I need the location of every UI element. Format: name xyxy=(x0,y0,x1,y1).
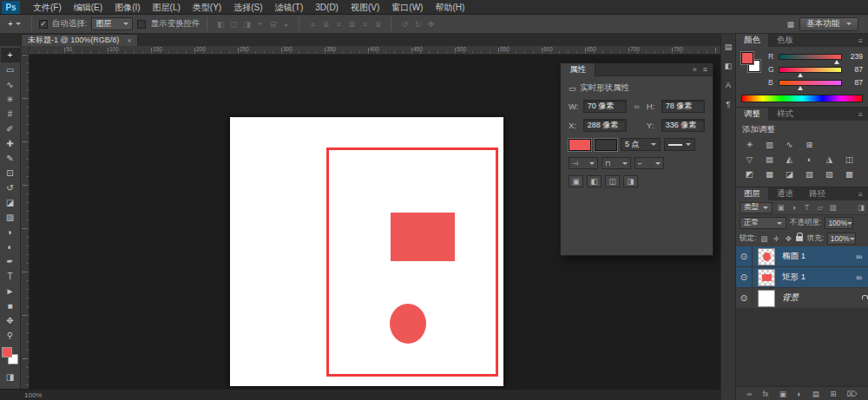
layer-row-rectangle[interactable]: ⊙ 矩形 1 ∞ xyxy=(736,267,868,288)
red-ellipse-shape[interactable] xyxy=(390,304,426,344)
info-panel-icon[interactable]: ◧ xyxy=(725,62,733,70)
lock-pixels-icon[interactable]: ✛ xyxy=(772,234,780,243)
layer-name[interactable]: 椭圆 1 xyxy=(780,251,856,262)
crop-tool[interactable]: # xyxy=(1,107,20,121)
adjustment-icon[interactable]: ◩ xyxy=(740,167,759,180)
adjustment-icon[interactable]: ◭ xyxy=(780,153,799,165)
fill-color-swatch[interactable] xyxy=(569,139,591,151)
menu-item[interactable]: 3D(D) xyxy=(309,0,345,15)
adjustment-icon[interactable]: ◐ xyxy=(800,153,819,165)
adjustment-icon[interactable]: ◫ xyxy=(840,153,858,165)
green-slider[interactable] xyxy=(779,67,842,73)
link-layers-icon[interactable]: ∞ xyxy=(746,390,752,398)
width-field[interactable]: 70 像素 xyxy=(583,100,627,113)
threed-mode-icon[interactable]: ✥ xyxy=(424,20,437,29)
adjustment-icon[interactable]: ▽ xyxy=(740,153,759,165)
quick-mask-button[interactable]: ◨ xyxy=(1,370,20,384)
properties-tab[interactable]: 属性 xyxy=(561,63,595,76)
red-slider[interactable] xyxy=(779,54,842,60)
panel-menu-icon[interactable]: ≡ xyxy=(858,34,868,47)
stroke-corners-dropdown[interactable]: ⌐ xyxy=(635,157,664,169)
layer-thumbnail[interactable] xyxy=(758,248,775,266)
menu-item[interactable]: 类型(Y) xyxy=(187,0,227,15)
path-operation-combine-button[interactable]: ▣ xyxy=(569,175,583,187)
layer-row-ellipse[interactable]: ⊙ 椭圆 1 ∞ xyxy=(736,246,868,267)
lock-transparency-icon[interactable]: ▨ xyxy=(760,234,768,243)
ruler-origin[interactable] xyxy=(21,46,30,55)
menu-item[interactable]: 窗口(W) xyxy=(385,0,429,15)
menu-item[interactable]: 滤镜(T) xyxy=(269,0,310,15)
stroke-caps-dropdown[interactable]: ⊓ xyxy=(602,157,631,169)
menu-item[interactable]: 图层(L) xyxy=(147,0,187,15)
path-operation-subtract-button[interactable]: ◧ xyxy=(587,175,602,187)
auto-select-checkbox[interactable]: ✓ xyxy=(39,20,48,29)
tab-paths[interactable]: 路径 xyxy=(801,187,833,200)
collapse-panel-icon[interactable]: » xyxy=(693,65,697,74)
pen-tool[interactable]: ✒ xyxy=(1,254,20,269)
align-icon[interactable]: ◓ xyxy=(253,20,266,29)
distribute-icon[interactable]: ≡ xyxy=(358,20,371,29)
eraser-tool[interactable]: ◪ xyxy=(1,195,20,210)
layer-filter-dropdown[interactable]: 类型 xyxy=(740,202,773,213)
blend-mode-dropdown[interactable]: 正常 xyxy=(740,217,786,229)
show-transform-checkbox[interactable] xyxy=(137,20,146,29)
adjustment-icon[interactable]: ▤ xyxy=(760,153,779,165)
filter-shape-layers-icon[interactable]: ▱ xyxy=(815,203,825,212)
panel-menu-icon[interactable]: ≡ xyxy=(858,187,868,200)
lasso-tool[interactable]: ∿ xyxy=(1,77,20,92)
tab-color[interactable]: 颜色 xyxy=(736,34,769,47)
move-tool[interactable]: + xyxy=(1,48,20,62)
red-rectangle-shape[interactable] xyxy=(391,213,455,261)
foreground-color-swatch[interactable] xyxy=(2,347,12,357)
menu-item[interactable]: 图像(I) xyxy=(108,0,146,15)
document-tab[interactable]: 未标题-1 @ 100%(RGB/8) × xyxy=(21,34,138,46)
menu-item[interactable]: 文件(F) xyxy=(27,0,68,15)
add-mask-icon[interactable]: ▣ xyxy=(779,390,786,398)
adjustment-icon[interactable]: ▩ xyxy=(840,167,858,180)
stroke-color-swatch[interactable] xyxy=(595,139,617,151)
distribute-icon[interactable]: ≣ xyxy=(319,20,332,29)
current-tool-dropdown[interactable]: + xyxy=(4,16,24,32)
properties-panel-header[interactable]: 属性 » ≡ xyxy=(561,63,713,76)
path-operation-intersect-button[interactable]: ◫ xyxy=(605,175,620,187)
align-icon[interactable]: ◧ xyxy=(214,20,227,29)
tab-styles[interactable]: 样式 xyxy=(769,108,801,121)
align-icon[interactable]: ◫ xyxy=(227,20,240,29)
color-spectrum-ramp[interactable] xyxy=(741,95,863,102)
link-dimensions-icon[interactable]: ∞ xyxy=(630,102,643,111)
blue-value[interactable]: 87 xyxy=(845,78,863,87)
stroke-align-dropdown[interactable]: ⊣ xyxy=(569,157,598,169)
blue-slider-thumb[interactable] xyxy=(798,86,803,90)
stroke-width-dropdown[interactable]: 5 点 xyxy=(621,138,661,151)
green-value[interactable]: 87 xyxy=(845,65,863,74)
distribute-icon[interactable]: ≣ xyxy=(345,20,358,29)
layer-style-icon[interactable]: fx xyxy=(763,390,769,398)
fill-dropdown[interactable]: 100% xyxy=(827,233,856,245)
visibility-eye-icon[interactable]: ⊙ xyxy=(736,288,753,308)
workspace-switcher-button[interactable]: 基本功能 xyxy=(799,17,858,31)
shape-tool[interactable]: ■ xyxy=(1,298,20,313)
marquee-tool[interactable]: ▭ xyxy=(1,62,20,77)
gradient-tool[interactable]: ▨ xyxy=(1,210,20,225)
panel-grid-icon[interactable]: ▦ xyxy=(786,20,794,29)
distribute-icon[interactable]: ≡ xyxy=(306,20,319,29)
lock-position-icon[interactable]: ✥ xyxy=(784,234,792,243)
close-document-icon[interactable]: × xyxy=(127,36,131,45)
lock-all-icon[interactable] xyxy=(796,236,803,241)
tab-layers[interactable]: 图层 xyxy=(736,187,769,200)
layer-thumbnail[interactable] xyxy=(758,269,775,286)
adjustment-icon[interactable]: ☀ xyxy=(740,138,759,150)
visibility-eye-icon[interactable]: ⊙ xyxy=(736,267,753,287)
brush-tool[interactable]: ✎ xyxy=(1,151,20,166)
tab-channels[interactable]: 通道 xyxy=(769,187,801,200)
type-tool[interactable]: T xyxy=(1,269,20,284)
filter-type-layers-icon[interactable]: T xyxy=(802,203,812,212)
hand-tool[interactable]: ✥ xyxy=(1,313,20,328)
path-operation-exclude-button[interactable]: ◨ xyxy=(623,175,638,187)
align-icon[interactable]: ◒ xyxy=(279,20,292,29)
delete-layer-icon[interactable]: ⌦ xyxy=(847,390,858,398)
new-layer-icon[interactable]: ⊞ xyxy=(830,390,836,398)
layer-row-background[interactable]: ⊙ 背景 xyxy=(736,288,868,309)
filter-pixel-layers-icon[interactable]: ▣ xyxy=(776,203,786,212)
red-slider-thumb[interactable] xyxy=(834,60,839,64)
